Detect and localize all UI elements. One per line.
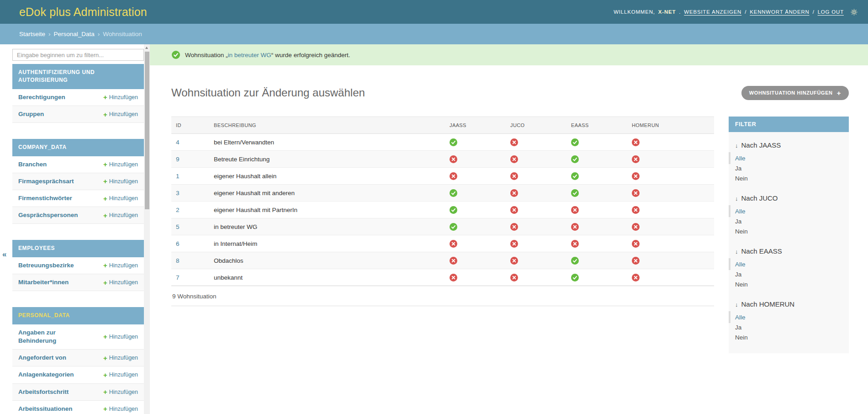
message-object-link[interactable]: in betreuter WG <box>228 52 271 58</box>
plus-icon: + <box>103 388 107 395</box>
column-header[interactable]: BESCHREIBUNG <box>209 117 445 134</box>
filter-option[interactable]: Alle <box>729 206 849 216</box>
filter-option[interactable]: Ja <box>729 322 849 332</box>
table-row: 6in Internat/Heim <box>171 235 714 252</box>
logout-link[interactable]: LOG OUT <box>818 9 844 15</box>
column-header[interactable]: HOMERUN <box>627 117 714 134</box>
scrollbar-thumb[interactable] <box>145 52 149 209</box>
add-label: Hinzufügen <box>109 355 138 361</box>
sidebar-section-header[interactable]: PERSONAL_DATA <box>12 307 144 324</box>
sidebar-item-link[interactable]: Anlagenkategorien <box>18 371 74 379</box>
sidebar-item-link[interactable]: Mitarbeiter*innen <box>18 278 69 287</box>
sidebar-item-link[interactable]: Gesprächspersonen <box>18 211 78 219</box>
sidebar-item-link[interactable]: Gruppen <box>18 110 44 118</box>
link-separator: / <box>813 9 815 15</box>
sidebar-scrollbar <box>144 44 150 414</box>
change-password-link[interactable]: KENNWORT ÄNDERN <box>750 9 809 15</box>
sun-icon[interactable] <box>850 8 858 16</box>
sidebar-item-link[interactable]: Firmenstichwörter <box>18 194 72 202</box>
column-header[interactable]: JAASS <box>445 117 506 134</box>
sidebar-add-link[interactable]: +Hinzufügen <box>103 94 138 101</box>
table-row: 3eigener Haushalt mit anderen <box>171 185 714 202</box>
filter-option[interactable]: Ja <box>729 163 849 173</box>
row-id-link[interactable]: 1 <box>176 173 180 180</box>
sidebar-filter-input[interactable] <box>12 49 144 61</box>
column-header[interactable]: EAASS <box>566 117 627 134</box>
row-flag-cell <box>445 134 506 151</box>
row-id-link[interactable]: 5 <box>176 223 180 230</box>
row-description: Obdachlos <box>209 252 445 269</box>
sidebar-add-link[interactable]: +Hinzufügen <box>103 279 138 286</box>
sidebar-item-link[interactable]: Firmagesprächsart <box>18 177 74 186</box>
add-wohnsituation-button[interactable]: WOHNSITUATION HINZUFÜGEN + <box>741 86 849 100</box>
row-id-link[interactable]: 9 <box>176 156 180 163</box>
row-flag-cell <box>566 134 627 151</box>
sidebar-add-link[interactable]: +Hinzufügen <box>103 405 138 412</box>
sidebar-add-link[interactable]: +Hinzufügen <box>103 161 138 168</box>
sidebar-collapse-icon[interactable]: « <box>2 250 6 259</box>
column-header[interactable]: JUCO <box>506 117 566 134</box>
sidebar-section-header[interactable]: AUTHENTIFIZIERUNG UND AUTORISIERUNG <box>12 64 144 89</box>
filter-option[interactable]: Alle <box>729 259 849 269</box>
no-icon <box>450 274 501 281</box>
breadcrumb-home[interactable]: Startseite <box>19 31 45 37</box>
row-id-link[interactable]: 2 <box>176 207 180 213</box>
filter-option[interactable]: Nein <box>729 173 849 183</box>
row-flag-cell <box>627 185 714 202</box>
row-id-link[interactable]: 3 <box>176 190 180 196</box>
filter-option[interactable]: Nein <box>729 226 849 236</box>
filter-option[interactable]: Alle <box>729 153 849 163</box>
table-row: 1eigener Haushalt allein <box>171 168 714 185</box>
app-title[interactable]: eDok plus Administration <box>19 5 147 19</box>
plus-icon: + <box>103 333 107 340</box>
sidebar-item-link[interactable]: Angaben zur Behinderung <box>18 329 90 345</box>
scrollbar-up-arrow-icon[interactable] <box>144 44 150 51</box>
sidebar-section-gap <box>12 123 144 139</box>
sidebar-item-link[interactable]: Branchen <box>18 160 47 169</box>
sidebar-add-link[interactable]: +Hinzufügen <box>103 111 138 118</box>
no-icon <box>450 172 501 180</box>
filter-option[interactable]: Nein <box>729 279 849 289</box>
sidebar-item-link[interactable]: Berechtigungen <box>18 93 65 101</box>
sidebar-item-link[interactable]: Betreuungsbezirke <box>18 261 74 270</box>
row-id-link[interactable]: 7 <box>176 274 180 281</box>
yes-icon <box>571 155 623 163</box>
table-header-row: IDBESCHREIBUNGJAASSJUCOEAASSHOMERUN <box>171 117 714 134</box>
row-id-link[interactable]: 4 <box>176 139 180 146</box>
row-id-link[interactable]: 8 <box>176 257 180 264</box>
sidebar-item: Firmagesprächsart+Hinzufügen <box>12 173 144 190</box>
no-icon <box>571 206 623 214</box>
filter-option[interactable]: Ja <box>729 269 849 279</box>
filter-option[interactable]: Ja <box>729 216 849 226</box>
sidebar-add-link[interactable]: +Hinzufügen <box>103 333 138 340</box>
sidebar-add-link[interactable]: +Hinzufügen <box>103 178 138 185</box>
row-description: bei Eltern/Verwandten <box>209 134 445 151</box>
sidebar-item-link[interactable]: Angefordert von <box>18 354 66 362</box>
row-flag-cell <box>627 269 714 286</box>
breadcrumb-app[interactable]: Personal_Data <box>54 31 95 37</box>
sidebar-section-header[interactable]: COMPANY_DATA <box>12 139 144 156</box>
row-id-link[interactable]: 6 <box>176 240 180 247</box>
filter-group: ↓Nach JUCOAlleJaNein <box>729 194 849 236</box>
column-header[interactable]: ID <box>171 117 209 134</box>
sidebar-add-link[interactable]: +Hinzufügen <box>103 388 138 395</box>
sidebar-sections: AUTHENTIFIZIERUNG UND AUTORISIERUNGBerec… <box>12 64 144 414</box>
row-id-cell: 1 <box>171 168 209 185</box>
sidebar-add-link[interactable]: +Hinzufügen <box>103 372 138 378</box>
sidebar-section-gap <box>12 291 144 307</box>
table-row: 9Betreute Einrichtung <box>171 151 714 168</box>
table-row: 5in betreuter WG <box>171 218 714 235</box>
sidebar-add-link[interactable]: +Hinzufügen <box>103 262 138 269</box>
filter-option[interactable]: Nein <box>729 332 849 342</box>
sidebar-add-link[interactable]: +Hinzufügen <box>103 355 138 361</box>
view-site-link[interactable]: WEBSITE ANZEIGEN <box>684 9 741 15</box>
filter-group-label: Nach JUCO <box>741 194 778 202</box>
sidebar-item-link[interactable]: Arbeitssituationen <box>18 405 73 413</box>
add-label: Hinzufügen <box>109 111 138 117</box>
sidebar-add-link[interactable]: +Hinzufügen <box>103 212 138 219</box>
filter-option[interactable]: Alle <box>729 312 849 322</box>
sidebar-section-header[interactable]: EMPLOYEES <box>12 240 144 257</box>
sidebar-item-link[interactable]: Arbeitsfortschritt <box>18 388 69 396</box>
sidebar-item: Betreuungsbezirke+Hinzufügen <box>12 257 144 274</box>
sidebar-add-link[interactable]: +Hinzufügen <box>103 195 138 202</box>
